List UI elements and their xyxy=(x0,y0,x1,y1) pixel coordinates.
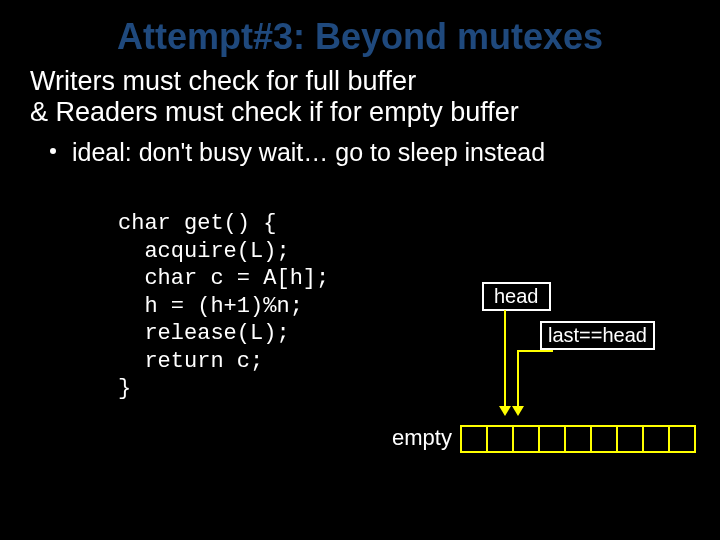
body-line-2: & Readers must check if for empty buffer xyxy=(30,97,690,128)
buffer-cell xyxy=(564,425,592,453)
buffer-cell xyxy=(642,425,670,453)
slide: Attempt#3: Beyond mutexes Writers must c… xyxy=(0,0,720,540)
arrow-last-elbow-icon xyxy=(517,350,553,352)
head-label-box: head xyxy=(482,282,551,311)
last-label-box: last==head xyxy=(540,321,655,350)
buffer-cell xyxy=(616,425,644,453)
slide-title: Attempt#3: Beyond mutexes xyxy=(0,0,720,58)
buffer-cell xyxy=(512,425,540,453)
buffer-cell xyxy=(460,425,488,453)
buffer-cell xyxy=(590,425,618,453)
code-block: char get() { acquire(L); char c = A[h]; … xyxy=(118,210,329,403)
buffer-cell xyxy=(486,425,514,453)
arrow-last-icon xyxy=(517,350,519,414)
slide-body: Writers must check for full buffer & Rea… xyxy=(0,58,720,167)
bullet-dot-icon xyxy=(50,148,56,154)
empty-label: empty xyxy=(392,425,452,451)
bullet-ideal: ideal: don't busy wait… go to sleep inst… xyxy=(30,138,690,167)
bullet-text: ideal: don't busy wait… go to sleep inst… xyxy=(72,138,545,166)
arrow-head-icon xyxy=(504,310,506,414)
buffer-array xyxy=(460,425,696,453)
buffer-cell xyxy=(538,425,566,453)
buffer-cell xyxy=(668,425,696,453)
body-line-1: Writers must check for full buffer xyxy=(30,66,690,97)
